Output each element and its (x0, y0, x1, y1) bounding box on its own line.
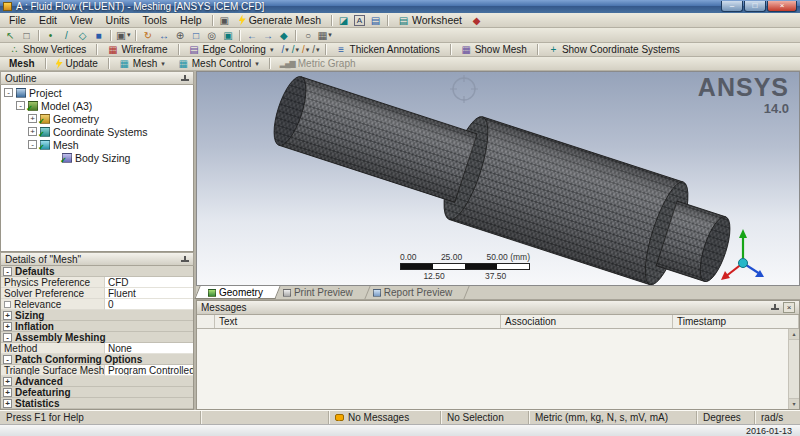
generate-mesh-button[interactable]: Generate Mesh (233, 14, 327, 27)
tree-item-project[interactable]: - Project (1, 86, 193, 99)
edge-coloring-button[interactable]: ▤ Edge Coloring ▾ (183, 43, 280, 56)
messages-text-column[interactable]: Text (215, 315, 501, 328)
tab-report-preview[interactable]: Report Preview (365, 286, 464, 299)
show-coordinate-systems-button[interactable]: + Show Coordinate Systems (542, 43, 686, 56)
separator (331, 15, 332, 26)
select-arrow-icon[interactable]: ↖ (3, 29, 18, 42)
zoom-box-icon[interactable]: □ (188, 29, 203, 42)
chart-icon[interactable]: ▤ (368, 14, 383, 27)
status-units[interactable]: Metric (mm, kg, N, s, mV, mA) (528, 411, 696, 424)
details-row-method: Method None (1, 343, 193, 354)
pin-icon[interactable] (180, 74, 189, 83)
show-vertices-button[interactable]: ∴ Show Vertices (3, 43, 92, 56)
app-icon (3, 2, 12, 11)
expander[interactable]: - (4, 88, 13, 97)
body-sizing-icon (62, 153, 72, 163)
3d-viewport[interactable]: ANSYS 14.0 0.00 25.00 50.00 (mm) 12.50 3… (196, 71, 800, 286)
update-button[interactable]: Update (50, 57, 104, 70)
minimize-button[interactable]: – (721, 1, 743, 12)
tree-item-coordinate-systems[interactable]: + Coordinate Systems (1, 125, 193, 138)
next-view-icon[interactable]: → (260, 29, 275, 42)
mesh-menu-button[interactable]: ▦ Mesh ▾ (113, 57, 171, 70)
messages-list[interactable]: ▴ ▾ (197, 329, 799, 409)
coordinate-systems-icon (40, 127, 50, 137)
extend-selection-icon[interactable]: ▣ ▾ (115, 29, 131, 42)
tree-item-body-sizing[interactable]: Body Sizing (1, 151, 193, 164)
close-button[interactable]: × (767, 1, 797, 12)
details-category-inflation[interactable]: + Inflation (1, 321, 193, 332)
iso-view-icon[interactable]: ◆ (276, 29, 291, 42)
separator (450, 44, 451, 55)
tab-print-preview[interactable]: Print Preview (275, 286, 365, 299)
edge-filter-icon[interactable]: / (59, 29, 74, 42)
thicken-annotations-button[interactable]: ≡ Thicken Annotations (330, 43, 446, 56)
zoom-fit-icon[interactable]: ◎ (204, 29, 219, 42)
edge-direction-icon[interactable]: / ▾ (280, 43, 289, 56)
messages-association-column[interactable]: Association (501, 315, 673, 328)
previous-view-icon[interactable]: ← (244, 29, 259, 42)
edge-color-option-icon[interactable]: / ▾ (311, 43, 320, 56)
details-category-assembly-meshing[interactable]: - Assembly Meshing (1, 332, 193, 343)
status-angle-unit[interactable]: Degrees (696, 411, 754, 424)
section-plane-icon[interactable]: ◪ (336, 14, 351, 27)
show-vertices-icon: ∴ (9, 43, 20, 56)
tree-item-mesh[interactable]: - Mesh (1, 138, 193, 151)
expander[interactable]: - (28, 140, 37, 149)
messages-timestamp-column[interactable]: Timestamp (673, 315, 799, 328)
magnifier-icon[interactable]: ○ (300, 29, 315, 42)
vertical-scrollbar[interactable]: ▴ ▾ (788, 329, 799, 409)
expander[interactable]: + (28, 114, 37, 123)
statusbar: Press F1 for Help No Messages No Selecti… (0, 410, 800, 424)
left-panel: Outline - Project - Model (A3) + Geometr… (0, 71, 196, 410)
body-filter-icon[interactable]: ■ (91, 29, 106, 42)
messages-icon-column[interactable] (197, 315, 215, 328)
mesh-control-button[interactable]: ▦ Mesh Control ▾ (172, 57, 265, 70)
show-mesh-button[interactable]: ▦ Show Mesh (455, 43, 533, 56)
pan-icon[interactable]: ↔ (156, 29, 171, 42)
close-panel-icon[interactable]: × (783, 302, 795, 313)
status-angular-velocity-unit[interactable]: rad/s (754, 411, 800, 424)
pin-icon[interactable] (770, 303, 779, 312)
tab-geometry[interactable]: Geometry (200, 286, 275, 299)
menu-help[interactable]: Help (174, 14, 208, 27)
coordinate-triad[interactable] (715, 225, 771, 285)
status-spacer (200, 411, 328, 424)
viewports-icon[interactable]: ▦ ▾ (316, 29, 332, 42)
details-panel-header: Details of "Mesh" (0, 252, 194, 266)
menu-tools[interactable]: Tools (137, 14, 174, 27)
status-messages[interactable]: No Messages (328, 411, 440, 424)
details-category-defeaturing[interactable]: + Defeaturing (1, 387, 193, 398)
ansys-app-icon[interactable]: ◆ (469, 14, 484, 27)
rotate-icon[interactable]: ↻ (140, 29, 155, 42)
menu-file[interactable]: File (3, 14, 32, 27)
annotation-icon[interactable]: A (352, 14, 367, 27)
details-category-advanced[interactable]: + Advanced (1, 376, 193, 387)
expander[interactable]: - (16, 101, 25, 110)
expander[interactable]: + (28, 127, 37, 136)
details-category-statistics[interactable]: + Statistics (1, 398, 193, 409)
show-coordinate-systems-icon: + (548, 43, 559, 56)
menu-view[interactable]: View (64, 14, 99, 27)
box-select-icon[interactable]: □ (19, 29, 34, 42)
maximize-button[interactable]: □ (744, 1, 766, 12)
look-at-icon[interactable]: ▣ (220, 29, 235, 42)
menu-edit[interactable]: Edit (33, 14, 63, 27)
scroll-up-icon[interactable]: ▴ (789, 329, 799, 340)
tree-item-geometry[interactable]: + Geometry (1, 112, 193, 125)
details-category-patch-conforming-options[interactable]: - Patch Conforming Options (1, 354, 193, 365)
worksheet-button[interactable]: ▤ Worksheet (392, 14, 468, 27)
vertex-filter-icon[interactable]: • (43, 29, 58, 42)
scroll-down-icon[interactable]: ▾ (789, 398, 799, 409)
tree-item-model[interactable]: - Model (A3) (1, 99, 193, 112)
face-filter-icon[interactable]: ◇ (75, 29, 90, 42)
details-category-defaults[interactable]: - Defaults (1, 266, 193, 277)
edge-thickness-icon[interactable]: / ▾ (301, 43, 310, 56)
pin-icon[interactable] (180, 255, 189, 264)
wireframe-button[interactable]: ▦ Wireframe (101, 43, 173, 56)
menu-units[interactable]: Units (100, 14, 136, 27)
edge-midside-nodes-icon[interactable]: / ▾ (291, 43, 300, 56)
zoom-icon[interactable]: ⊕ (172, 29, 187, 42)
snapshot-icon[interactable]: ▣ (217, 14, 232, 27)
metric-graph-button[interactable]: ▂▄▆ Metric Graph (274, 57, 362, 70)
details-category-sizing[interactable]: + Sizing (1, 310, 193, 321)
